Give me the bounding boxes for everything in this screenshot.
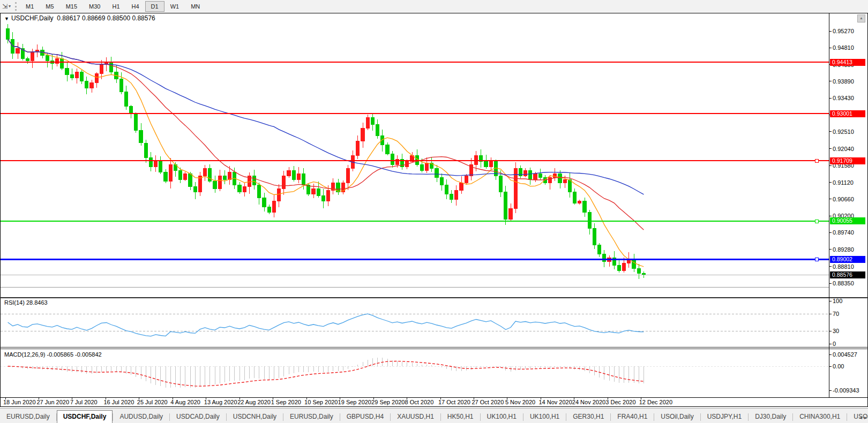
svg-text:14 Nov 2020: 14 Nov 2020 <box>538 399 572 405</box>
chart-tab-ger30-h1[interactable]: GER30,H1 <box>566 410 610 423</box>
svg-text:29 Sep 2020: 29 Sep 2020 <box>371 399 405 405</box>
chart-tab-bar: EURUSD,DailyUSDCHF,DailyAUDUSD,DailyUSDC… <box>0 408 868 423</box>
chart-canvas: 0.952700.948100.943500.938900.934300.929… <box>0 0 868 423</box>
date-axis-labels: 18 Jun 202027 Jun 20207 Jul 202016 Jul 2… <box>3 397 672 405</box>
tab-scroll-prev-icon[interactable]: ◂ <box>859 414 862 420</box>
svg-text:17 Oct 2020: 17 Oct 2020 <box>438 399 470 405</box>
toolbar-grip-handle[interactable] <box>15 2 17 11</box>
timeframe-button-m5[interactable]: M5 <box>40 1 59 12</box>
chart-tab-usdjpy-h1[interactable]: USDJPY,H1 <box>701 410 748 423</box>
svg-text:100: 100 <box>833 298 842 304</box>
svg-text:27 Oct 2020: 27 Oct 2020 <box>472 399 504 405</box>
svg-text:0.89740: 0.89740 <box>833 229 854 236</box>
svg-text:19 Sep 2020: 19 Sep 2020 <box>338 399 371 405</box>
svg-text:5 Nov 2020: 5 Nov 2020 <box>505 399 535 405</box>
chart-tab-hk50-h1[interactable]: HK50,H1 <box>441 410 480 423</box>
chart-tab-usdchf-daily[interactable]: USDCHF,Daily <box>57 410 113 423</box>
svg-text:27 Jun 2020: 27 Jun 2020 <box>37 399 70 405</box>
svg-text:0.90660: 0.90660 <box>833 196 854 202</box>
svg-text:0.88350: 0.88350 <box>833 280 854 286</box>
svg-text:0.89280: 0.89280 <box>833 246 854 253</box>
svg-text:0.91120: 0.91120 <box>833 179 854 186</box>
svg-text:1 Sep 2020: 1 Sep 2020 <box>271 399 301 405</box>
svg-text:0.93890: 0.93890 <box>833 78 854 85</box>
chart-tab-uk100-h1[interactable]: UK100,H1 <box>523 410 566 423</box>
price-label-0.91709: 0.91709 <box>830 157 865 164</box>
svg-text:12 Dec 2020: 12 Dec 2020 <box>639 399 672 405</box>
chart-tab-eurusd-daily[interactable]: EURUSD,Daily <box>0 410 56 423</box>
price-label-0.94413: 0.94413 <box>830 59 865 66</box>
chart-ohlc-values: 0.88617 0.88669 0.88500 0.88576 <box>57 14 155 22</box>
timeframe-button-m1[interactable]: M1 <box>20 1 40 12</box>
svg-text:13 Aug 2020: 13 Aug 2020 <box>204 399 237 405</box>
timeframe-button-m30[interactable]: M30 <box>83 1 106 12</box>
svg-text:0: 0 <box>833 341 836 347</box>
svg-text:10 Sep 2020: 10 Sep 2020 <box>304 399 338 405</box>
cursor-tool-dropdown-icon[interactable]: ▾ <box>9 4 13 9</box>
macd-indicator-label: MACD(12,26,9) -0.005865 -0.005842 <box>4 351 102 358</box>
svg-text:0.92040: 0.92040 <box>833 146 854 152</box>
svg-text:0.00: 0.00 <box>833 363 844 369</box>
timeframe-button-mn[interactable]: MN <box>185 1 206 12</box>
svg-text:0.94810: 0.94810 <box>833 44 854 51</box>
svg-text:0.92510: 0.92510 <box>833 129 854 135</box>
chart-title: ▼USDCHF,Daily 0.88617 0.88669 0.88500 0.… <box>4 14 155 22</box>
price-label-0.89002: 0.89002 <box>830 256 865 263</box>
svg-text:0.004527: 0.004527 <box>833 351 857 358</box>
svg-text:25 Jul 2020: 25 Jul 2020 <box>137 399 168 405</box>
chart-tab-dj30-daily[interactable]: DJ30,Daily <box>749 410 792 423</box>
timeframe-button-m15[interactable]: M15 <box>60 1 83 12</box>
chart-symbol-label: USDCHF,Daily <box>11 14 54 22</box>
chart-tab-usdcad-daily[interactable]: USDCAD,Daily <box>170 410 226 423</box>
svg-text:0.95270: 0.95270 <box>833 28 854 34</box>
timeframe-button-w1[interactable]: W1 <box>164 1 185 12</box>
chart-window-border <box>1 13 868 407</box>
timeframe-button-d1[interactable]: D1 <box>145 1 164 12</box>
chart-tab-uk100-h1[interactable]: UK100,H1 <box>481 410 523 423</box>
tab-scroll-next-icon[interactable]: ▸ <box>864 414 867 420</box>
tab-scroll-nav: ◂ ▸ <box>859 414 867 420</box>
svg-text:3 Dec 2020: 3 Dec 2020 <box>605 399 635 405</box>
timeframe-button-h1[interactable]: H1 <box>106 1 125 12</box>
price-label-0.90055: 0.90055 <box>830 217 865 224</box>
chart-tab-audusd-daily[interactable]: AUDUSD,Daily <box>113 410 169 423</box>
svg-text:24 Nov 2020: 24 Nov 2020 <box>572 399 605 405</box>
line-drag-handle[interactable] <box>815 220 818 223</box>
chart-tab-china300-h1[interactable]: CHINA300,H1 <box>793 410 847 423</box>
svg-text:-0.009343: -0.009343 <box>833 387 859 394</box>
chart-tab-fra40-h1[interactable]: FRA40,H1 <box>611 410 654 423</box>
chart-tab-eurusd-daily[interactable]: EURUSD,Daily <box>283 410 340 423</box>
line-drag-handle[interactable] <box>815 258 818 261</box>
svg-text:0.88810: 0.88810 <box>833 263 854 270</box>
rsi-indicator-label: RSI(14) 28.8463 <box>4 299 48 306</box>
svg-text:0.93430: 0.93430 <box>833 95 854 101</box>
svg-text:16 Jul 2020: 16 Jul 2020 <box>103 399 134 405</box>
price-label-0.93001: 0.93001 <box>830 110 865 117</box>
title-triangle-icon[interactable]: ▼ <box>4 16 9 21</box>
chart-tab-gbpusd-h4[interactable]: GBPUSD,H4 <box>340 410 390 423</box>
cursor-tool-icon[interactable]: ⇲ <box>0 3 9 10</box>
chart-tab-usoil-daily[interactable]: USOil,Daily <box>654 410 700 423</box>
timeframe-button-h4[interactable]: H4 <box>126 1 145 12</box>
chart-scroll-up-button[interactable]: ▲ <box>857 14 865 22</box>
timeframe-button-group: M1M5M15M30H1H4D1W1MN <box>20 1 206 12</box>
svg-text:18 Jun 2020: 18 Jun 2020 <box>3 399 36 405</box>
svg-text:70: 70 <box>833 311 839 317</box>
chart-tab-usdcnh-daily[interactable]: USDCNH,Daily <box>227 410 283 423</box>
chart-tabs: EURUSD,DailyUSDCHF,DailyAUDUSD,DailyUSDC… <box>0 410 868 423</box>
svg-text:7 Jul 2020: 7 Jul 2020 <box>70 399 98 405</box>
svg-text:8 Oct 2020: 8 Oct 2020 <box>405 399 434 405</box>
line-drag-handle[interactable] <box>815 159 818 162</box>
chart-tab-xauusd-h1[interactable]: XAUUSD,H1 <box>391 410 440 423</box>
svg-text:4 Aug 2020: 4 Aug 2020 <box>170 399 200 405</box>
svg-text:22 Aug 2020: 22 Aug 2020 <box>237 399 271 405</box>
current-price-label: 0.88576 <box>830 271 865 278</box>
toolbar: ⇲ ▾ M1M5M15M30H1H4D1W1MN <box>0 0 868 13</box>
svg-text:30: 30 <box>833 328 839 334</box>
